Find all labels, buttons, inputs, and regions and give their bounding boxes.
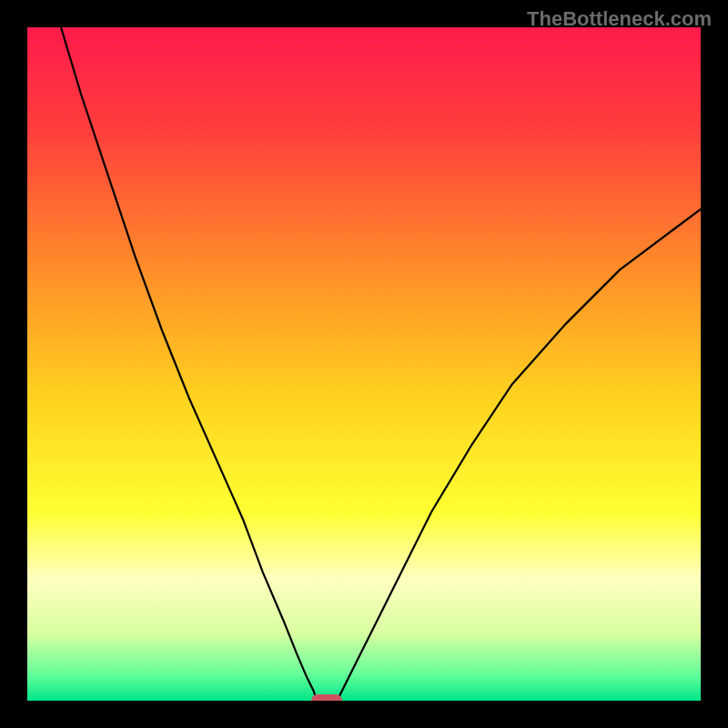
- chart-svg: [27, 27, 701, 701]
- chart-background: [27, 27, 701, 701]
- watermark-text: TheBottleneck.com: [527, 7, 712, 31]
- plot-area: [27, 27, 701, 701]
- bottleneck-marker: [311, 694, 342, 701]
